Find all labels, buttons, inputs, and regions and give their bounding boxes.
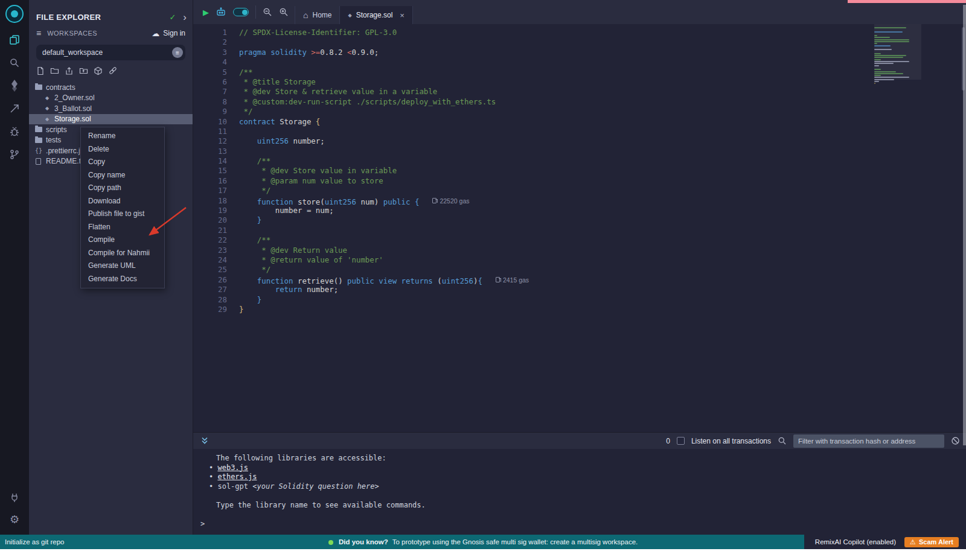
remix-logo-icon[interactable] [5, 5, 24, 23]
deploy-run-icon[interactable] [7, 102, 22, 115]
json-file-icon: {} [35, 147, 42, 154]
zoom-out-icon[interactable] [263, 7, 272, 17]
upload-folder-icon[interactable] [79, 66, 88, 75]
context-menu-item-generate-docs[interactable]: Generate Docs [81, 273, 164, 286]
context-menu-item-copy[interactable]: Copy [81, 156, 164, 169]
folder-icon [35, 127, 42, 132]
status-bar: Initialize as git repo Did you know? To … [0, 535, 966, 549]
context-menu-item-generate-uml[interactable]: Generate UML [81, 259, 164, 273]
file-name: Storage.sol [54, 115, 91, 123]
debugger-icon[interactable] [7, 125, 22, 138]
code-line: /** [239, 68, 529, 77]
collapse-panel-icon[interactable]: › [183, 12, 187, 22]
new-folder-icon[interactable] [50, 66, 59, 75]
file-name: scripts [46, 126, 67, 134]
copilot-toggle[interactable] [233, 8, 249, 16]
context-menu-item-rename[interactable]: Rename [81, 130, 164, 143]
code-line: * @return value of 'number' [239, 255, 529, 265]
lightbulb-icon [328, 540, 333, 545]
activity-icons-bottom: ⚙ [7, 491, 22, 526]
context-menu-item-copy-name[interactable]: Copy name [81, 169, 164, 182]
code-line: */ [239, 265, 529, 275]
panel-title: FILE EXPLORER [36, 13, 169, 22]
new-file-icon[interactable] [36, 66, 45, 75]
copilot-status[interactable]: RemixAI Copilot (enabled) [815, 538, 896, 546]
plugin-manager-icon[interactable] [7, 491, 22, 504]
file-tree-item-3-ballot-sol[interactable]: ◆3_Ballot.sol [29, 103, 193, 114]
gas-icon [432, 198, 437, 203]
file-icon [36, 158, 41, 165]
terminal-line: > [193, 520, 966, 529]
remix-ide-window: ⚙ FILE EXPLORER ✓ › ≡ WORKSPACES ☁ Sign … [0, 0, 966, 560]
window-scrollbar[interactable] [963, 5, 966, 445]
workspace-options-icon[interactable]: ≡ [172, 47, 183, 58]
zoom-in-icon[interactable] [279, 7, 289, 17]
tab-home[interactable]: ⌂ Home [295, 6, 340, 24]
file-explorer-icon[interactable] [7, 33, 22, 46]
cloud-icon: ☁ [152, 30, 159, 37]
close-tab-icon[interactable]: × [400, 11, 405, 20]
scam-alert-button[interactable]: ⚠ Scam Alert [904, 537, 959, 547]
clear-console-icon[interactable] [951, 436, 960, 445]
workspace-select[interactable]: default_workspace ≡ [36, 45, 185, 60]
editor-tab-bar: ▶ ⌂ Home ◆ Storage.sol × [193, 0, 966, 24]
solidity-file-icon: ◆ [43, 95, 51, 101]
solidity-file-icon: ◆ [348, 13, 351, 18]
workspace-name: default_workspace [42, 48, 103, 57]
transaction-filter-input[interactable] [793, 434, 944, 448]
code-line: * @dev Return value [239, 246, 529, 255]
terminal-line: • ethers.js [193, 472, 966, 482]
expand-terminal-icon[interactable] [200, 437, 209, 445]
code-line: } [239, 305, 529, 314]
context-menu-item-publish-file-to-gist[interactable]: Publish file to gist [81, 208, 164, 221]
workspaces-row: ≡ WORKSPACES ☁ Sign in [29, 25, 193, 41]
search-icon[interactable] [7, 56, 22, 69]
context-menu-item-copy-path[interactable]: Copy path [81, 182, 164, 195]
file-tree-item-2-owner-sol[interactable]: ◆2_Owner.sol [29, 93, 193, 104]
ai-assistant-icon[interactable] [216, 7, 226, 17]
folder-icon [35, 138, 42, 143]
sign-in-button[interactable]: ☁ Sign in [152, 29, 185, 37]
import-ipfs-icon[interactable] [94, 66, 103, 75]
file-name: contracts [46, 83, 75, 92]
line-number-gutter: 1234567891011121314151617181920212223242… [193, 28, 227, 314]
toggle-knob [242, 10, 248, 15]
code-line: * @param num value to store [239, 176, 529, 186]
terminal-link[interactable]: web3.js [217, 463, 248, 472]
remix-logo-inner [11, 10, 18, 18]
workspace-menu-icon[interactable]: ≡ [36, 28, 41, 38]
context-menu-item-compile-for-nahmii[interactable]: Compile for Nahmii [81, 247, 164, 260]
terminal-link[interactable]: ethers.js [217, 472, 257, 481]
folder-icon [35, 84, 42, 90]
context-menu-item-delete[interactable]: Delete [81, 143, 164, 156]
minimap[interactable] [874, 24, 921, 432]
main-area: ▶ ⌂ Home ◆ Storage.sol × 123456789101112… [193, 0, 966, 535]
code-line: pragma solidity >=0.8.2 <0.9.0; [239, 48, 529, 57]
workspaces-label: WORKSPACES [47, 30, 152, 37]
solidity-compiler-icon[interactable] [7, 79, 22, 92]
minimap-slider[interactable] [874, 24, 921, 80]
git-init-status[interactable]: Initialize as git repo [0, 538, 64, 546]
code-line: * @title Storage [239, 77, 529, 87]
terminal-search-icon[interactable] [778, 436, 787, 445]
settings-icon[interactable]: ⚙ [7, 513, 22, 526]
import-url-icon[interactable] [108, 66, 118, 75]
file-tree-item-storage-sol[interactable]: ◆Storage.sol [29, 114, 193, 125]
code-content[interactable]: // SPDX-License-Identifier: GPL-3.0pragm… [239, 28, 529, 314]
context-menu-item-download[interactable]: Download [81, 195, 164, 208]
run-script-icon[interactable]: ▶ [203, 8, 209, 16]
upload-file-icon[interactable] [65, 66, 74, 75]
code-line: return number; [239, 285, 529, 294]
activity-bar: ⚙ [0, 0, 29, 535]
context-menu-item-compile[interactable]: Compile [81, 234, 164, 247]
code-line: function retrieve() public view returns … [239, 275, 529, 285]
code-editor[interactable]: 1234567891011121314151617181920212223242… [193, 24, 966, 432]
tip-text: To prototype using the Gnosis safe multi… [392, 538, 638, 546]
git-icon[interactable] [7, 148, 22, 161]
listen-transactions-checkbox[interactable] [677, 437, 685, 445]
context-menu-item-flatten[interactable]: Flatten [81, 221, 164, 234]
notification-strip [848, 0, 966, 3]
tab-storage-sol[interactable]: ◆ Storage.sol × [340, 6, 412, 24]
file-tree-item-contracts[interactable]: contracts [29, 82, 193, 93]
terminal[interactable]: The following libraries are accessible:•… [193, 449, 966, 535]
